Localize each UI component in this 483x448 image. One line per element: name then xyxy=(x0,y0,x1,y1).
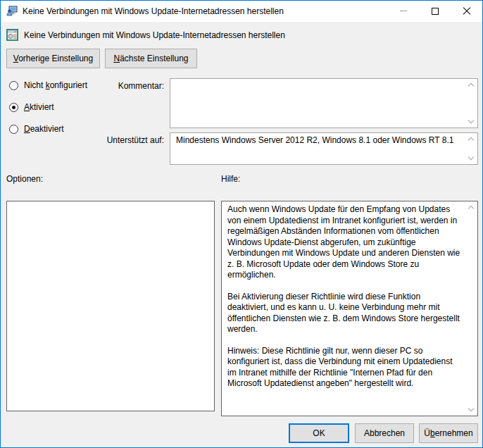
scroll-up-icon[interactable] xyxy=(468,137,475,142)
window-controls xyxy=(387,1,482,21)
group-policy-app-icon xyxy=(6,6,18,17)
ok-button[interactable]: OK xyxy=(289,423,349,443)
radio-circle-icon xyxy=(9,125,18,134)
window-title: Keine Verbindungen mit Windows Update-In… xyxy=(23,6,284,16)
setting-header: Keine Verbindungen mit Windows Update-In… xyxy=(6,29,285,41)
options-panel xyxy=(6,201,215,411)
comment-label: Kommentar: xyxy=(91,81,164,91)
maximize-icon xyxy=(432,8,439,15)
apply-button[interactable]: Übernehmen xyxy=(419,423,478,443)
help-paragraph: Bei Aktivierung dieser Richtlinie wird d… xyxy=(227,292,460,335)
maximize-button[interactable] xyxy=(419,1,451,21)
previous-setting-button[interactable]: Vorherige Einstellung xyxy=(6,49,100,68)
help-text: Auch wenn Windows Update für den Empfang… xyxy=(222,201,477,403)
minimize-icon xyxy=(400,11,407,11)
scroll-down-icon[interactable] xyxy=(468,119,475,124)
title-bar: Keine Verbindungen mit Windows Update-In… xyxy=(1,1,482,22)
scroll-up-icon[interactable] xyxy=(468,205,475,210)
radio-disabled[interactable]: Deaktiviert xyxy=(9,124,64,134)
help-paragraph: Hinweis: Diese Richtlinie gilt nur, wenn… xyxy=(227,346,460,390)
supported-on-value: Mindestens Windows Server 2012 R2, Windo… xyxy=(170,133,477,148)
options-section-label: Optionen: xyxy=(6,174,43,184)
help-section-label: Hilfe: xyxy=(221,174,240,184)
radio-circle-icon xyxy=(9,81,18,90)
supported-on-label: Unterstützt auf: xyxy=(91,135,164,145)
help-panel: Auch wenn Windows Update für den Empfang… xyxy=(221,201,478,416)
policy-setting-icon xyxy=(6,29,18,41)
setting-title: Keine Verbindungen mit Windows Update-In… xyxy=(24,30,285,40)
scroll-up-icon[interactable] xyxy=(468,82,475,87)
comment-textarea[interactable] xyxy=(170,78,478,128)
radio-enabled[interactable]: Aktiviert xyxy=(9,102,54,112)
close-icon xyxy=(463,7,471,15)
scroll-down-icon[interactable] xyxy=(468,156,475,161)
policy-setting-dialog: Keine Verbindungen mit Windows Update-In… xyxy=(0,0,483,448)
radio-circle-icon xyxy=(9,103,18,112)
minimize-button[interactable] xyxy=(387,1,419,21)
close-button[interactable] xyxy=(451,1,482,21)
help-paragraph: Auch wenn Windows Update für den Empfang… xyxy=(227,204,460,281)
radio-not-configured[interactable]: Nicht konfiguriert xyxy=(9,80,87,90)
comment-value xyxy=(170,79,477,83)
next-setting-button[interactable]: Nächste Einstellung xyxy=(105,49,197,68)
cancel-button[interactable]: Abbrechen xyxy=(355,423,414,443)
scroll-down-icon[interactable] xyxy=(468,407,475,412)
supported-on-box: Mindestens Windows Server 2012 R2, Windo… xyxy=(170,132,478,165)
